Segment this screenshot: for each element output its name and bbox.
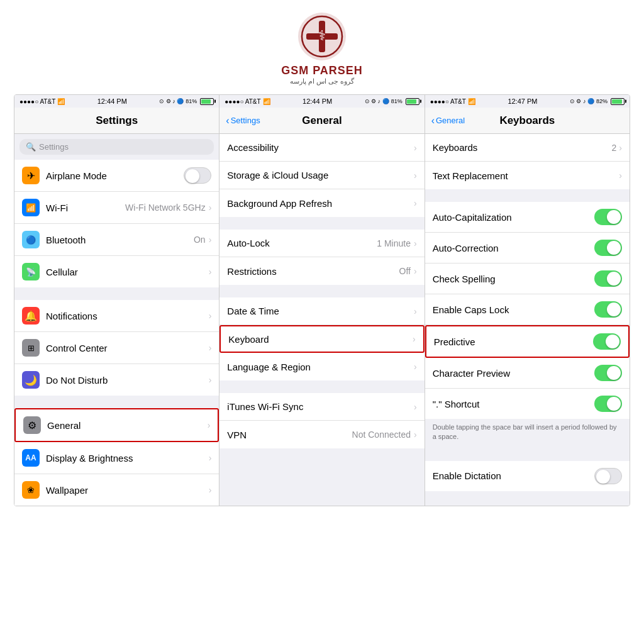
bluetooth-icon: 🔵 bbox=[22, 231, 40, 248]
row-do-not-disturb[interactable]: 🌙 Do Not Disturb › bbox=[14, 364, 219, 396]
notifications-label: Notifications bbox=[46, 311, 209, 321]
row-general[interactable]: ⚙ General › bbox=[14, 408, 219, 442]
search-icon-1: 🔍 bbox=[26, 142, 36, 152]
bluetooth-value: On bbox=[194, 235, 206, 245]
row-storage[interactable]: Storage & iCloud Usage › bbox=[219, 162, 424, 189]
section-1b: 🔔 Notifications › ⊞ Control Center › 🌙 D… bbox=[14, 300, 219, 396]
row-wallpaper[interactable]: ❀ Wallpaper › bbox=[14, 474, 219, 506]
row-vpn[interactable]: VPN Not Connected › bbox=[219, 421, 424, 448]
date-time-arrow: › bbox=[414, 306, 417, 316]
period-shortcut-toggle[interactable] bbox=[594, 396, 622, 412]
char-preview-label: Character Preview bbox=[433, 368, 594, 379]
predictive-knob bbox=[606, 335, 619, 348]
airplane-toggle[interactable] bbox=[184, 167, 211, 184]
row-restrictions[interactable]: Restrictions Off › bbox=[219, 257, 424, 285]
check-spelling-toggle[interactable] bbox=[594, 270, 622, 287]
screen-settings: ●●●●○ AT&T 📶 12:44 PM ⊙ ⚙ ♪ 🔵 81% Settin… bbox=[14, 95, 219, 506]
row-check-spelling[interactable]: Check Spelling bbox=[425, 264, 630, 294]
restrictions-arrow: › bbox=[414, 266, 417, 276]
row-notifications[interactable]: 🔔 Notifications › bbox=[14, 300, 219, 332]
row-date-time[interactable]: Date & Time › bbox=[219, 297, 424, 325]
settings-list-1: ✈ Airplane Mode 📶 Wi-Fi Wi-Fi Network 5G… bbox=[14, 160, 219, 506]
section-1c: ⚙ General › AA Display & Brightness › ❀ … bbox=[14, 408, 219, 506]
row-keyboards-count[interactable]: Keyboards 2 › bbox=[425, 134, 630, 162]
predictive-toggle[interactable] bbox=[593, 333, 621, 350]
carrier-1: ●●●●○ AT&T bbox=[19, 98, 55, 105]
status-right-1: ⊙ ⚙ ♪ 🔵 81% bbox=[159, 98, 214, 105]
back-arrow-3: ‹ bbox=[431, 115, 435, 126]
row-bg-refresh[interactable]: Background App Refresh › bbox=[219, 189, 424, 217]
row-itunes-sync[interactable]: iTunes Wi-Fi Sync › bbox=[219, 393, 424, 421]
wallpaper-icon: ❀ bbox=[22, 481, 40, 499]
status-left-3: ●●●●○ AT&T 📶 bbox=[430, 98, 475, 105]
section-2a: Accessibility › Storage & iCloud Usage ›… bbox=[219, 134, 424, 217]
general-arrow: › bbox=[208, 420, 211, 430]
nav-bar-2: ‹ Settings General bbox=[219, 108, 424, 134]
bg-refresh-arrow: › bbox=[414, 198, 417, 208]
wifi-icon: 📶 bbox=[22, 199, 40, 216]
wifi-value: Wi-Fi Network 5GHz bbox=[125, 203, 206, 213]
row-auto-correct[interactable]: Auto-Correction bbox=[425, 233, 630, 264]
auto-cap-toggle[interactable] bbox=[594, 209, 622, 225]
control-center-icon: ⊞ bbox=[22, 339, 40, 357]
cellular-arrow: › bbox=[209, 267, 212, 277]
logo-area: ⚕ GSM PARSEH گروه جی اس ام پارسه bbox=[281, 0, 363, 94]
search-bar-1[interactable]: 🔍 Settings bbox=[19, 139, 214, 155]
row-predictive[interactable]: Predictive bbox=[425, 325, 630, 358]
logo-title: GSM PARSEH bbox=[281, 64, 363, 77]
storage-label: Storage & iCloud Usage bbox=[227, 170, 414, 180]
row-language[interactable]: Language & Region › bbox=[219, 353, 424, 380]
row-caps-lock[interactable]: Enable Caps Lock bbox=[425, 294, 630, 325]
row-wifi[interactable]: 📶 Wi-Fi Wi-Fi Network 5GHz › bbox=[14, 192, 219, 224]
icons-3: ⊙ ⚙ ♪ 🔵 bbox=[570, 98, 594, 104]
time-1: 12:44 PM bbox=[97, 97, 127, 105]
screen-general: ●●●●○ AT&T 📶 12:44 PM ⊙ ⚙ ♪ 🔵 81% ‹ Sett… bbox=[219, 95, 425, 506]
char-preview-toggle[interactable] bbox=[594, 365, 622, 381]
sep-3a bbox=[425, 189, 630, 202]
predictive-label: Predictive bbox=[434, 336, 593, 347]
status-left-1: ●●●●○ AT&T 📶 bbox=[19, 98, 65, 105]
text-replacement-arrow: › bbox=[619, 170, 622, 180]
display-arrow: › bbox=[209, 453, 212, 463]
logo-icon: ⚕ bbox=[297, 11, 347, 62]
check-spelling-label: Check Spelling bbox=[433, 274, 594, 284]
row-period-shortcut[interactable]: "." Shortcut bbox=[425, 389, 630, 419]
row-auto-cap[interactable]: Auto-Capitalization bbox=[425, 202, 630, 233]
row-dictation[interactable]: Enable Dictation bbox=[425, 461, 630, 491]
period-shortcut-knob bbox=[607, 397, 621, 411]
sep-2b bbox=[219, 285, 424, 297]
dictation-label: Enable Dictation bbox=[433, 470, 594, 481]
row-char-preview[interactable]: Character Preview bbox=[425, 358, 630, 389]
do-not-disturb-label: Do Not Disturb bbox=[46, 375, 209, 386]
keyboard-arrow: › bbox=[413, 334, 416, 344]
row-accessibility[interactable]: Accessibility › bbox=[219, 134, 424, 162]
row-text-replacement[interactable]: Text Replacement › bbox=[425, 162, 630, 189]
status-right-3: ⊙ ⚙ ♪ 🔵 82% bbox=[570, 98, 625, 105]
row-bluetooth[interactable]: 🔵 Bluetooth On › bbox=[14, 224, 219, 256]
settings-list-3: Keyboards 2 › Text Replacement › Auto-Ca… bbox=[425, 134, 630, 506]
dictation-toggle[interactable] bbox=[594, 468, 622, 484]
wifi-icon-3: 📶 bbox=[468, 98, 475, 105]
auto-cap-label: Auto-Capitalization bbox=[433, 212, 594, 223]
row-keyboard[interactable]: Keyboard › bbox=[219, 325, 424, 353]
auto-cap-knob bbox=[607, 210, 621, 224]
keyboards-count-value: 2 bbox=[612, 143, 617, 153]
keyboard-label: Keyboard bbox=[228, 334, 413, 345]
row-autolock[interactable]: Auto-Lock 1 Minute › bbox=[219, 230, 424, 257]
caps-lock-label: Enable Caps Lock bbox=[433, 304, 594, 315]
row-control-center[interactable]: ⊞ Control Center › bbox=[14, 332, 219, 364]
auto-correct-toggle[interactable] bbox=[594, 240, 622, 256]
back-general[interactable]: ‹ General bbox=[431, 115, 465, 126]
caps-lock-toggle[interactable] bbox=[594, 301, 622, 318]
back-settings[interactable]: ‹ Settings bbox=[226, 115, 260, 126]
carrier-3: ●●●●○ AT&T bbox=[430, 98, 466, 105]
airplane-toggle-knob bbox=[186, 169, 199, 183]
screen2-title: General bbox=[302, 114, 341, 127]
autolock-value: 1 Minute bbox=[377, 238, 411, 248]
section-3a: Keyboards 2 › Text Replacement › bbox=[425, 134, 630, 189]
control-center-arrow: › bbox=[209, 343, 212, 353]
row-airplane-mode[interactable]: ✈ Airplane Mode bbox=[14, 160, 219, 192]
back-label-3: General bbox=[436, 116, 465, 125]
row-cellular[interactable]: 📡 Cellular › bbox=[14, 256, 219, 287]
row-display[interactable]: AA Display & Brightness › bbox=[14, 442, 219, 474]
